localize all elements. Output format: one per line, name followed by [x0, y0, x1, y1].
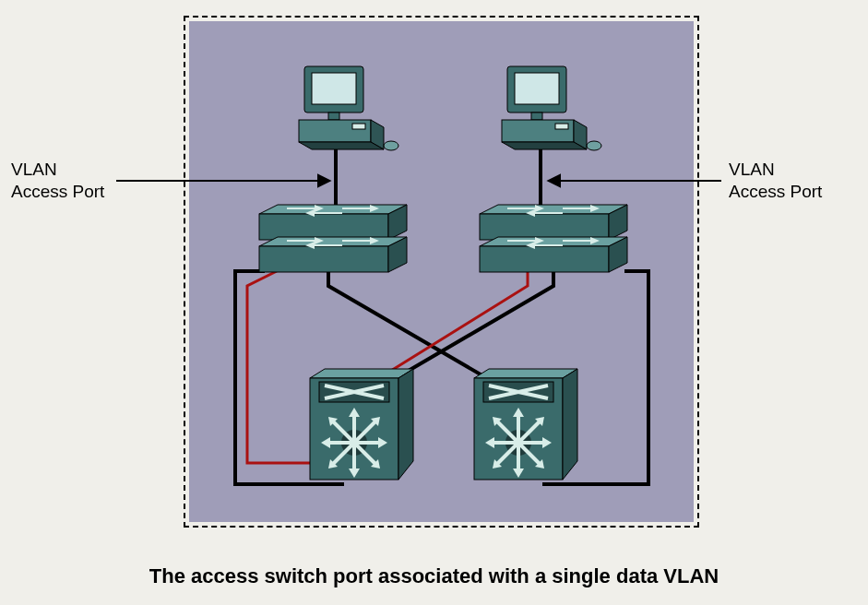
- label-right-line2: Access Port: [729, 182, 822, 201]
- link-swR-coreL-red: [367, 271, 528, 386]
- label-left-line1: VLAN: [11, 160, 57, 179]
- switch-upper-right-icon: [480, 205, 627, 240]
- label-right-line1: VLAN: [729, 160, 775, 179]
- core-switch-right-icon: [474, 369, 577, 480]
- label-vlan-access-port-left: VLAN Access Port: [11, 159, 104, 203]
- links-layer: [235, 149, 648, 484]
- label-vlan-access-port-right: VLAN Access Port: [729, 159, 822, 203]
- diagram-svg: [0, 0, 868, 605]
- workstation-right-icon: [502, 66, 601, 150]
- workstation-left-icon: [299, 66, 398, 150]
- label-left-line2: Access Port: [11, 182, 104, 201]
- diagram-caption: The access switch port associated with a…: [0, 564, 868, 588]
- diagram-stage: VLAN Access Port VLAN Access Port The ac…: [0, 0, 868, 605]
- switch-lower-left-icon: [259, 237, 407, 272]
- core-switch-left-icon: [310, 369, 413, 480]
- switch-upper-left-icon: [259, 205, 407, 240]
- switch-lower-right-icon: [480, 237, 627, 272]
